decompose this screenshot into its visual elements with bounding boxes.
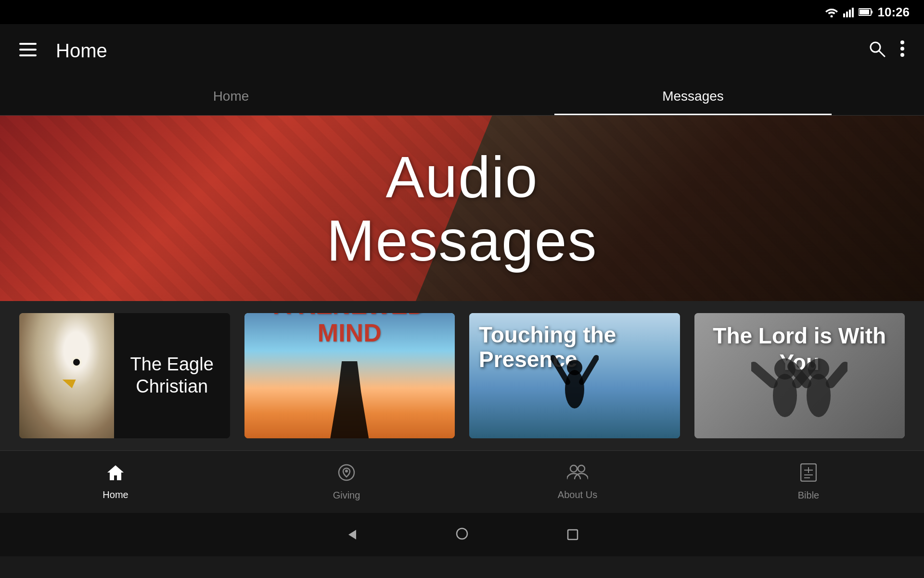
banner-line1: Audio — [327, 145, 598, 209]
svg-rect-8 — [19, 43, 37, 45]
about-nav-icon — [567, 464, 588, 486]
svg-rect-2 — [846, 12, 848, 17]
banner: Audio Messages — [0, 116, 924, 301]
back-button[interactable] — [344, 527, 359, 542]
more-options-icon[interactable] — [900, 40, 905, 62]
svg-point-17 — [567, 360, 582, 375]
status-time: 10:26 — [878, 5, 910, 20]
tab-home[interactable]: Home — [0, 77, 462, 115]
svg-line-19 — [582, 358, 596, 382]
giving-nav-icon — [337, 463, 356, 486]
wifi-icon — [825, 7, 838, 17]
svg-line-18 — [553, 358, 567, 382]
tab-messages[interactable]: Messages — [462, 77, 924, 115]
nav-item-home[interactable]: Home — [0, 451, 231, 513]
nav-item-giving[interactable]: Giving — [231, 451, 462, 513]
app-bar-actions — [868, 40, 905, 62]
cards-section: The Eagle Christian A RENEWED MIND Touch… — [0, 301, 924, 450]
touching-figure-graphic — [551, 336, 599, 413]
search-icon[interactable] — [868, 40, 886, 62]
nav-label-bible: Bible — [798, 490, 819, 501]
svg-point-29 — [345, 470, 348, 473]
banner-text: Audio Messages — [327, 145, 598, 272]
svg-rect-7 — [860, 10, 869, 14]
svg-point-13 — [900, 40, 904, 44]
home-button[interactable] — [455, 527, 469, 542]
eagle-beak-graphic — [63, 380, 76, 388]
svg-rect-9 — [19, 49, 37, 51]
svg-marker-37 — [348, 530, 356, 539]
hamburger-icon[interactable] — [19, 42, 37, 59]
home-nav-icon — [106, 464, 125, 486]
recents-button[interactable] — [565, 527, 580, 542]
nav-item-bible[interactable]: Bible — [693, 451, 924, 513]
svg-point-30 — [570, 465, 577, 472]
svg-point-15 — [900, 53, 904, 57]
status-bar: 10:26 — [0, 0, 924, 24]
svg-point-25 — [808, 358, 829, 380]
eagle-text-area: The Eagle Christian — [114, 313, 230, 438]
renewed-mind-title: A RENEWED MIND — [244, 313, 455, 347]
card-eagle-christian[interactable]: The Eagle Christian — [19, 313, 230, 438]
svg-point-31 — [578, 465, 585, 472]
svg-rect-10 — [19, 54, 37, 56]
svg-rect-4 — [852, 8, 854, 17]
svg-rect-6 — [871, 11, 873, 13]
svg-rect-1 — [843, 13, 845, 17]
svg-point-0 — [830, 15, 833, 18]
app-bar: Home — [0, 24, 924, 77]
svg-line-12 — [879, 51, 885, 56]
card-touching-presence[interactable]: Touching the Presence — [469, 313, 680, 438]
svg-rect-39 — [568, 530, 578, 539]
eagle-christian-title: The Eagle Christian — [124, 354, 220, 397]
svg-rect-3 — [849, 10, 851, 17]
card-renewed-mind[interactable]: A RENEWED MIND — [244, 313, 455, 438]
nav-label-home: Home — [103, 489, 128, 500]
svg-point-14 — [900, 47, 904, 51]
bottom-nav: Home Giving About Us — [0, 450, 924, 513]
svg-point-38 — [457, 528, 467, 539]
app-title: Home — [56, 40, 849, 62]
lord-figures-graphic — [751, 333, 847, 420]
svg-point-16 — [565, 370, 584, 408]
banner-line2: Messages — [327, 209, 598, 272]
bible-nav-icon — [800, 463, 817, 486]
svg-line-22 — [754, 367, 773, 383]
card-lord-with-you[interactable]: The Lord is With You — [694, 313, 905, 438]
eagle-head-graphic — [19, 313, 114, 438]
battery-icon — [859, 8, 873, 16]
signal-icon — [843, 7, 854, 17]
svg-line-26 — [831, 367, 845, 383]
tab-bar: Home Messages — [0, 77, 924, 116]
nav-label-about: About Us — [558, 489, 597, 500]
nav-item-about[interactable]: About Us — [462, 451, 693, 513]
nav-label-giving: Giving — [333, 490, 360, 501]
eagle-image — [19, 313, 114, 438]
status-icons: 10:26 — [825, 5, 910, 20]
system-nav-bar — [0, 513, 924, 556]
renewed-text-area: A RENEWED MIND — [244, 313, 455, 429]
